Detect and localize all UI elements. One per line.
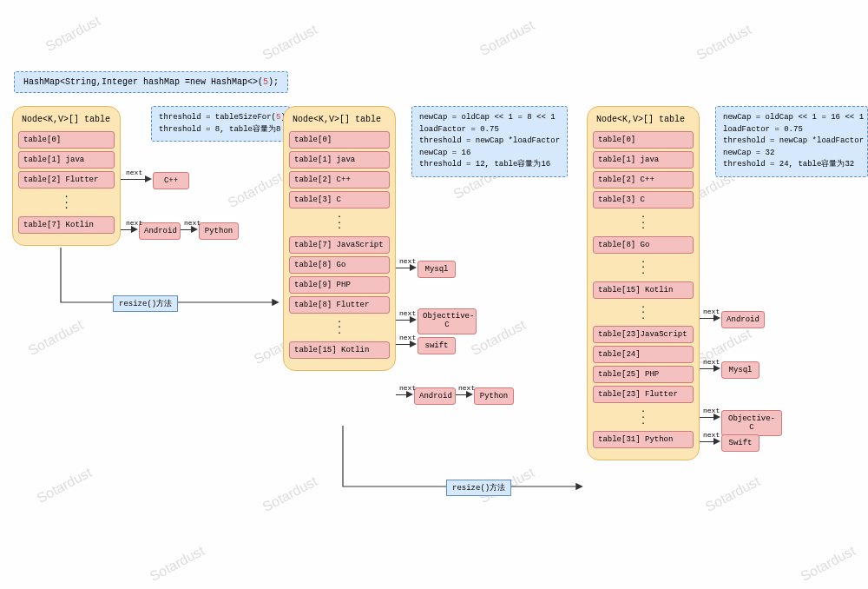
watermark: Sotardust	[694, 22, 754, 63]
ellipsis: ···	[289, 211, 390, 234]
watermark: Sotardust	[260, 22, 320, 63]
threshold-info-1: threshold = tableSizeFor(5) threshold = …	[151, 106, 290, 142]
chain-node: C++	[153, 172, 189, 189]
code-text-end: );	[268, 77, 279, 87]
ellipsis: ···	[18, 191, 115, 214]
table-slot: table[3] C	[289, 191, 390, 208]
next-label: next	[703, 407, 720, 414]
table-slot: table[24]	[593, 346, 694, 363]
table-slot: table[1] java	[18, 151, 115, 169]
table-slot: table[15] Kotlin	[289, 341, 390, 359]
table-title: Node<K,V>[] table	[18, 114, 115, 129]
watermark: Sotardust	[43, 13, 103, 55]
chain-node: Objecttive-C	[418, 308, 477, 334]
table-slot: table[9] PHP	[289, 276, 390, 294]
ellipsis: ···	[593, 211, 694, 234]
chain-node: Android	[414, 387, 456, 405]
table-slot: table[8] Flutter	[289, 296, 390, 314]
hashmap-table-1: Node<K,V>[] table table[0] table[1] java…	[12, 106, 121, 246]
next-label: next	[399, 309, 416, 317]
next-label: next	[399, 334, 416, 341]
next-label: next	[399, 384, 416, 392]
code-text: HashMap<String,Integer hashMap =new Hash…	[23, 77, 263, 87]
next-label: next	[126, 169, 142, 176]
table-slot: table[7] Kotlin	[18, 216, 115, 234]
next-label: next	[184, 219, 201, 227]
table-title: Node<K,V>[] table	[289, 114, 390, 129]
table-slot: table[7] JavaScript	[289, 236, 390, 254]
table-slot: table[31] Python	[593, 431, 694, 448]
watermark: Sotardust	[469, 317, 529, 359]
watermark: Sotardust	[260, 473, 320, 515]
resize-method-2: resize()方法	[446, 480, 511, 496]
chain-node: Mysql	[721, 361, 760, 379]
watermark: Sotardust	[35, 465, 95, 506]
watermark: Sotardust	[148, 543, 207, 585]
ellipsis: ···	[593, 256, 694, 279]
code-declaration: HashMap<String,Integer hashMap =new Hash…	[14, 71, 288, 93]
watermark: Sotardust	[799, 543, 858, 585]
table-slot: table[0]	[18, 131, 115, 149]
table-title: Node<K,V>[] table	[593, 114, 694, 129]
chain-node: Android	[139, 222, 181, 240]
next-label: next	[703, 358, 720, 366]
watermark: Sotardust	[226, 169, 286, 211]
next-label: next	[703, 308, 720, 315]
watermark: Sotardust	[703, 473, 763, 515]
next-label: next	[703, 431, 720, 439]
table-slot: table[1] java	[289, 151, 390, 169]
table-slot: table[15] Kotlin	[593, 281, 694, 299]
threshold-info-3: newCap = oldCap << 1 = 16 << 1 loadFacto…	[715, 106, 868, 177]
chain-node: Mysql	[418, 261, 456, 278]
chain-node: Python	[199, 222, 239, 240]
table-slot: table[1] java	[593, 151, 694, 169]
table-slot: table[3] C	[593, 191, 694, 208]
table-slot: table[8] Go	[289, 256, 390, 274]
resize-method-1: resize()方法	[113, 295, 178, 312]
chain-node: Android	[721, 311, 765, 328]
next-label: next	[126, 219, 142, 227]
watermark: Sotardust	[26, 317, 86, 359]
threshold-info-2: newCap = oldCap << 1 = 8 << 1 loadFactor…	[411, 106, 568, 177]
ellipsis: ···	[593, 406, 694, 428]
hashmap-table-2: Node<K,V>[] table table[0] table[1] java…	[283, 106, 396, 371]
next-label: next	[399, 257, 416, 265]
next-label: next	[458, 384, 475, 392]
chain-node: Swift	[721, 434, 760, 452]
table-slot: table[23]JavaScript	[593, 326, 694, 343]
ellipsis: ···	[593, 301, 694, 324]
table-slot: table[2] C++	[593, 171, 694, 189]
table-slot: table[0]	[593, 131, 694, 149]
table-slot: table[2] Flutter	[18, 171, 115, 189]
table-slot: table[0]	[289, 131, 390, 149]
watermark: Sotardust	[477, 17, 537, 59]
table-slot: table[8] Go	[593, 236, 694, 254]
hashmap-table-3: Node<K,V>[] table table[0] table[1] java…	[587, 106, 700, 460]
ellipsis: ···	[289, 316, 390, 339]
table-slot: table[25] PHP	[593, 366, 694, 383]
table-slot: table[2] C++	[289, 171, 390, 189]
chain-node: swift	[418, 337, 456, 354]
chain-node: Objective-C	[721, 410, 782, 436]
chain-node: Python	[474, 387, 514, 405]
table-slot: table[23] Flutter	[593, 386, 694, 403]
